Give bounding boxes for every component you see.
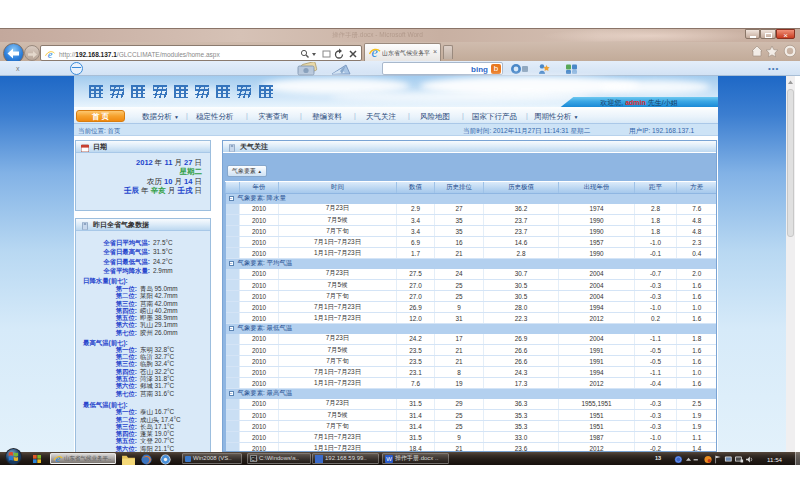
svg-text:e: e xyxy=(371,46,377,59)
svg-text:e: e xyxy=(56,454,61,464)
svg-text:e: e xyxy=(48,49,53,59)
